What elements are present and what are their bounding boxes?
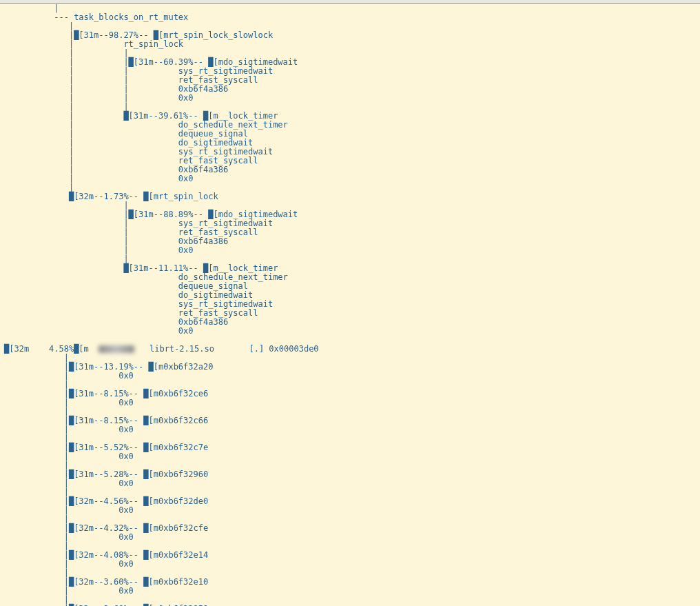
output-line: | 0x0 [4, 532, 134, 542]
output-line: | [4, 541, 69, 551]
output-line: | 0x0 [4, 505, 134, 515]
output-line: sys_rt_sigtimedwait [4, 299, 273, 309]
output-line: | 0x0 [4, 452, 134, 461]
output-line: | [4, 254, 129, 264]
output-line: | sys_rt_sigtimedwait [4, 147, 273, 156]
output-line: | | sys_rt_sigtimedwait [4, 66, 273, 76]
output-line: █[32m--1.73%-- █[mrt_spin_lock [4, 192, 218, 201]
output-line: | [4, 201, 129, 210]
output-line: | sys_rt_sigtimedwait [4, 219, 273, 228]
output-line: |█[31m--13.19%-- █[m0xb6f32a20 [4, 362, 213, 372]
output-line: | [4, 514, 69, 524]
output-line: ret_fast_syscall [4, 308, 258, 318]
output-line: | | 0xb6f4a386 [4, 84, 228, 94]
output-line: | | 0x0 [4, 93, 194, 103]
output-line: | do_schedule_next_timer [4, 120, 288, 130]
output-line: | 0x0 [4, 425, 134, 434]
output-line: | 0x0 [4, 245, 194, 255]
output-line: 0x0 [4, 326, 194, 336]
output-line: |█[32m--3.60%-- █[m0xb6f32e10 [4, 577, 208, 587]
output-line: --- task_blocks_on_rt_mutex [4, 12, 188, 22]
output-line: | [4, 21, 74, 31]
output-line: | ret_fast_syscall [4, 156, 258, 165]
output-line: | 0xb6f4a386 [4, 165, 228, 174]
output-line: █[31m--11.11%-- █[m__lock_timer [4, 263, 278, 273]
output-line: |█[31m--98.27%-- █[mrt_spin_lock_slowloc… [4, 30, 273, 40]
output-line: | 0x0 [4, 174, 194, 183]
output-line: | [4, 183, 74, 192]
output-line: | [4, 3, 59, 13]
output-line: | 0x0 [4, 586, 134, 596]
output-line: | [4, 461, 69, 470]
output-line: |█[32m--4.08%-- █[m0xb6f32e14 [4, 550, 208, 560]
output-line: | [4, 434, 69, 443]
output-line: | rt_spin_lock [4, 39, 183, 49]
output-line: | [4, 595, 69, 605]
output-line: |█[31m--8.15%-- █[m0xb6f32ce6 [4, 389, 208, 398]
output-line: | [4, 487, 69, 497]
output-line: |█[31m--8.15%-- █[m0xb6f32c66 [4, 416, 208, 425]
output-line: | | ret_fast_syscall [4, 75, 258, 85]
output-line: | 0x0 [4, 371, 134, 381]
output-line: do_schedule_next_timer [4, 272, 288, 282]
output-line: | [4, 353, 69, 363]
output-line: | [4, 568, 69, 578]
output-line: | 0x0 [4, 478, 134, 488]
output-line: | dequeue_signal [4, 129, 248, 139]
output-line: | |█[31m--60.39%-- █[mdo_sigtimedwait [4, 57, 298, 67]
output-line: |█[31m--5.28%-- █[m0xb6f32960 [4, 469, 208, 479]
output-line: 0xb6f4a386 [4, 317, 228, 327]
output-line: | | [4, 48, 129, 58]
output-line: do_sigtimedwait [4, 290, 253, 300]
output-line: | | [4, 102, 129, 112]
output-line: dequeue_signal [4, 281, 248, 291]
output-line: |█[31m--88.89%-- █[mdo_sigtimedwait [4, 210, 298, 219]
output-line: █[32m 4.58%█[m librt-2.15.so [.] 0x00003… [4, 344, 319, 354]
output-line: |█[32m--4.32%-- █[m0xb6f32cfe [4, 523, 208, 533]
output-line: |█[32m--4.56%-- █[m0xb6f32de0 [4, 496, 208, 506]
output-line: | 0x0 [4, 398, 134, 407]
output-line: |█[31m--5.52%-- █[m0xb6f32c7e [4, 443, 208, 452]
process-name-redacted [99, 345, 134, 353]
output-line: | [4, 380, 69, 390]
output-line: | █[31m--39.61%-- █[m__lock_timer [4, 111, 278, 121]
output-line: | 0x0 [4, 559, 134, 569]
output-line: | 0xb6f4a386 [4, 236, 228, 246]
output-line: | [4, 407, 69, 416]
perf-report-output[interactable]: | --- task_blocks_on_rt_mutex | |█[31m--… [0, 4, 700, 606]
output-line: | ret_fast_syscall [4, 228, 258, 237]
output-line: | do_sigtimedwait [4, 138, 253, 148]
